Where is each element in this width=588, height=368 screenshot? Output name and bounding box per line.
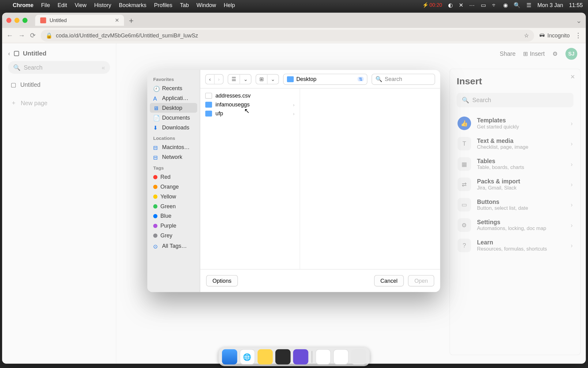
sidebar-item-applicati…[interactable]: AApplicati… (150, 93, 197, 103)
sidebar-item-downloads[interactable]: ⬇Downloads (150, 122, 197, 132)
browser-tab[interactable]: Untitled ✕ (35, 15, 124, 26)
siri-icon[interactable]: ☰ (526, 2, 532, 8)
wifi-icon[interactable]: ᯤ (492, 2, 497, 8)
dialog-search[interactable]: 🔍 Search (371, 74, 435, 85)
back-button[interactable]: ← (6, 32, 13, 39)
window-controls[interactable] (6, 18, 28, 23)
battery-indicator[interactable]: ⚡00:20 (422, 2, 442, 8)
open-button[interactable]: Open (408, 275, 434, 286)
dock-app[interactable] (293, 349, 308, 365)
insert-item[interactable]: 👍 TemplatesGet started quickly › (457, 113, 573, 133)
tag-blue[interactable]: Blue (150, 211, 197, 221)
incognito-badge[interactable]: 🕶 Incognito (539, 32, 570, 39)
menu-tab[interactable]: Tab (180, 2, 189, 8)
control-center-icon[interactable]: ◉ (503, 2, 508, 8)
date[interactable]: Mon 3 Jan (537, 2, 563, 8)
insert-item[interactable]: T Text & mediaChecklist, page, image › (457, 133, 573, 154)
collapse-sidebar-icon[interactable]: « (102, 64, 105, 71)
column-browser[interactable]: addresses.csv infamouseggs › ufp › (200, 89, 440, 269)
options-button[interactable]: Options (206, 275, 238, 286)
file-row[interactable]: ufp › (200, 109, 300, 118)
grid-icon[interactable]: ⊞ (256, 75, 267, 84)
sidebar-item-recents[interactable]: 🕘Recents (150, 83, 197, 93)
bookmark-star-icon[interactable]: ☆ (524, 32, 529, 39)
menu-profiles[interactable]: Profiles (154, 2, 172, 8)
dock-preview[interactable] (333, 349, 349, 365)
doc-title[interactable]: Untitled (23, 49, 47, 56)
status-icon[interactable]: ◐ (448, 2, 453, 8)
reload-button[interactable]: ⟳ (30, 31, 36, 39)
chevron-down-icon[interactable]: ⌄ (240, 75, 251, 84)
insert-item[interactable]: ⇄ Packs & importJira, Gmail, Slack › (457, 174, 573, 194)
time[interactable]: 11:55 (569, 2, 583, 8)
tag-grey[interactable]: Grey (150, 231, 197, 240)
group-segment[interactable]: ⊞⌄ (256, 74, 279, 84)
sidebar-item-documents[interactable]: 📄Documents (150, 113, 197, 123)
insert-item[interactable]: ? LearnResources, formulas, shortcuts › (457, 235, 573, 255)
location-dropdown[interactable]: Desktop ⇅ (283, 74, 368, 85)
insert-item[interactable]: ▦ TablesTable, boards, charts › (457, 154, 573, 174)
menu-file[interactable]: File (41, 2, 50, 8)
dock-terminal[interactable] (275, 349, 290, 365)
dock[interactable]: 🌐 (218, 347, 369, 366)
new-tab-button[interactable]: ＋ (127, 15, 135, 25)
app-name[interactable]: Chrome (13, 2, 33, 8)
insert-item-title: Packs & import (477, 178, 520, 185)
tag-yellow[interactable]: Yellow (150, 192, 197, 201)
insert-search[interactable]: 🔍 Search (457, 93, 573, 107)
menu-history[interactable]: History (94, 2, 111, 8)
file-row[interactable]: infamouseggs › (200, 100, 300, 109)
address-bar: ← → ⟳ 🔒 coda.io/d/Untitled_dzvM5bGe6m6/U… (2, 28, 586, 43)
tag-purple[interactable]: Purple (150, 221, 197, 231)
close-window[interactable] (6, 18, 12, 23)
dock-chrome[interactable]: 🌐 (239, 349, 255, 365)
close-tab-icon[interactable]: ✕ (115, 17, 119, 23)
tag-green[interactable]: Green (150, 201, 197, 211)
new-page-button[interactable]: ＋ New page (8, 96, 110, 110)
tag-orange[interactable]: Orange (150, 182, 197, 192)
tab-overflow[interactable]: ⌄ (576, 16, 582, 24)
avatar[interactable]: SJ (565, 48, 577, 60)
share-button[interactable]: Share (500, 50, 516, 57)
chevron-down-icon[interactable]: ⌄ (267, 75, 278, 84)
insert-item[interactable]: ▭ ButtonsButton, select list, date › (457, 194, 573, 215)
back-icon[interactable]: ‹ (206, 75, 215, 84)
view-segment[interactable]: ☰⌄ (228, 74, 251, 84)
status-icon[interactable]: ⋯ (469, 2, 475, 8)
sidebar-page[interactable]: ▢ Untitled (8, 78, 110, 91)
sidebar-item-location[interactable]: ⊟Macintos… (150, 142, 197, 152)
status-icon[interactable]: ✕ (459, 2, 463, 8)
dock-notes[interactable] (257, 349, 273, 365)
insert-item[interactable]: ⚙ SettingsAutomations, locking, doc map … (457, 215, 573, 235)
battery-icon[interactable]: ▭ (481, 2, 486, 8)
sidebar-search[interactable]: 🔍 Search « (8, 61, 110, 74)
close-panel-icon[interactable]: ✕ (570, 73, 575, 80)
cancel-button[interactable]: Cancel (374, 275, 404, 286)
menu-edit[interactable]: Edit (58, 2, 67, 8)
menu-window[interactable]: Window (197, 2, 216, 8)
back-icon[interactable]: ‹ (8, 49, 10, 56)
dock-textedit[interactable] (315, 349, 331, 365)
forward-button[interactable]: → (18, 32, 25, 39)
dock-finder[interactable] (222, 349, 237, 365)
omnibox[interactable]: 🔒 coda.io/d/Untitled_dzvM5bGe6m6/Untitle… (41, 29, 534, 41)
menu-bookmarks[interactable]: Bookmarks (119, 2, 146, 8)
insert-button[interactable]: ⊞ Insert (523, 50, 545, 57)
menu-help[interactable]: Help (224, 2, 235, 8)
gear-icon[interactable]: ⚙ (552, 50, 558, 57)
chevron-right-icon: › (293, 102, 295, 107)
menu-view[interactable]: View (75, 2, 87, 8)
forward-icon[interactable]: › (215, 75, 223, 84)
tag-red[interactable]: Red (150, 172, 197, 182)
sidebar-item-desktop[interactable]: 🖥Desktop (150, 103, 197, 113)
spotlight-icon[interactable]: 🔍 (514, 2, 520, 8)
all-tags[interactable]: ⊙All Tags… (150, 241, 197, 251)
file-row[interactable]: addresses.csv (200, 91, 300, 100)
sidebar-item-location[interactable]: ⊟Network (150, 152, 197, 162)
columns-view-icon[interactable]: ☰ (228, 75, 240, 84)
minimize-window[interactable] (14, 18, 20, 23)
maximize-window[interactable] (22, 18, 28, 23)
chrome-menu[interactable]: ⋮ (575, 31, 582, 39)
nav-segment[interactable]: ‹› (205, 74, 223, 84)
dock-trash[interactable] (351, 349, 366, 365)
